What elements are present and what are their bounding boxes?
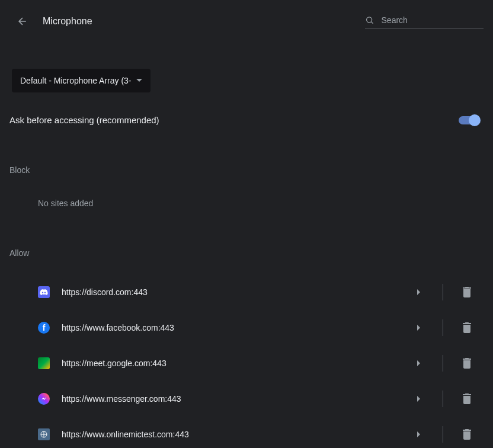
trash-icon <box>463 322 471 333</box>
search-input[interactable] <box>382 15 484 25</box>
delete-button[interactable] <box>455 387 479 411</box>
divider <box>443 355 443 372</box>
allow-site-list: https://discord.com:443 f https://www.fa… <box>9 274 484 448</box>
svg-point-0 <box>367 17 372 22</box>
divider <box>443 426 443 443</box>
allow-section-header: Allow <box>9 248 484 258</box>
ask-setting-toggle[interactable] <box>459 116 479 124</box>
device-dropdown[interactable]: Default - Microphone Array (3- <box>12 69 151 92</box>
ask-before-accessing-row: Ask before accessing (recommended) <box>9 115 484 125</box>
site-row: https://www.messenger.com:443 <box>9 381 484 417</box>
site-url: https://discord.com:443 <box>62 287 407 297</box>
site-row: f https://www.facebook.com:443 <box>9 310 484 345</box>
search-container[interactable] <box>365 15 484 28</box>
expand-button[interactable] <box>407 351 431 375</box>
messenger-icon <box>38 393 50 405</box>
divider <box>443 391 443 407</box>
chevron-right-icon <box>417 360 421 366</box>
site-row: https://meet.google.com:443 <box>9 345 484 381</box>
divider <box>443 319 443 336</box>
arrow-left-icon <box>17 15 28 27</box>
delete-button[interactable] <box>455 316 479 340</box>
expand-button[interactable] <box>407 387 431 411</box>
site-url: https://www.facebook.com:443 <box>62 323 407 332</box>
trash-icon <box>463 429 471 440</box>
ask-setting-label: Ask before accessing (recommended) <box>9 115 159 125</box>
site-url: https://www.onlinemictest.com:443 <box>62 430 407 439</box>
block-section-header: Block <box>9 165 484 175</box>
discord-icon <box>38 286 50 298</box>
divider <box>443 284 443 300</box>
block-empty-message: No sites added <box>38 199 484 208</box>
expand-button[interactable] <box>407 316 431 340</box>
page-title: Microphone <box>43 16 365 27</box>
device-selected-text: Default - Microphone Array (3- <box>20 76 132 85</box>
delete-button[interactable] <box>455 423 479 446</box>
site-url: https://meet.google.com:443 <box>62 359 407 368</box>
mictest-icon <box>38 428 50 440</box>
facebook-icon: f <box>38 322 50 334</box>
google-meet-icon <box>38 357 50 369</box>
site-row: https://discord.com:443 <box>9 274 484 310</box>
trash-icon <box>463 393 471 404</box>
search-icon <box>365 15 374 25</box>
chevron-right-icon <box>417 396 421 402</box>
trash-icon <box>463 358 471 369</box>
back-button[interactable] <box>12 11 33 32</box>
chevron-right-icon <box>417 289 421 295</box>
site-url: https://www.messenger.com:443 <box>62 394 407 404</box>
delete-button[interactable] <box>455 280 479 304</box>
toggle-thumb <box>469 114 481 126</box>
chevron-right-icon <box>417 325 421 331</box>
trash-icon <box>463 287 471 297</box>
expand-button[interactable] <box>407 423 431 446</box>
chevron-down-icon <box>136 79 142 82</box>
delete-button[interactable] <box>455 351 479 375</box>
site-row: https://www.onlinemictest.com:443 <box>9 417 484 448</box>
chevron-right-icon <box>417 431 421 437</box>
expand-button[interactable] <box>407 280 431 304</box>
